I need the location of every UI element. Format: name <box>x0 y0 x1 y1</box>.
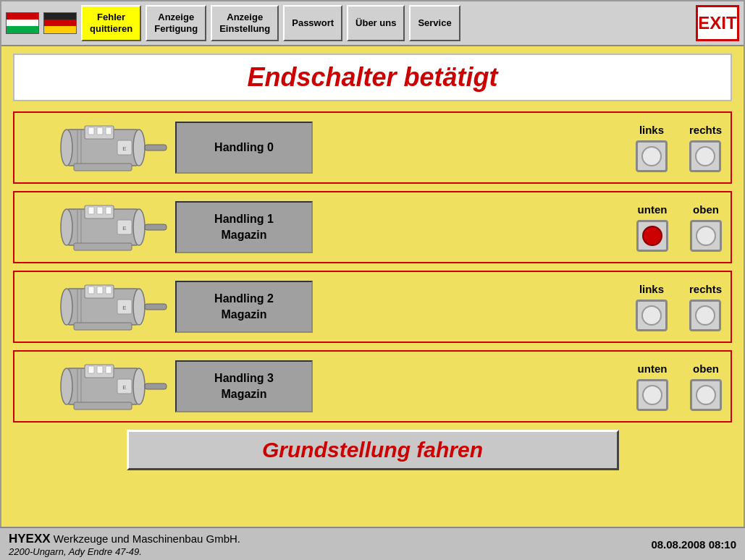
indicator-circle-left-3 <box>642 385 662 405</box>
indicator-light-left-2 <box>636 300 668 331</box>
main-content: Endschalter betätigt E <box>1 46 744 478</box>
handling-label-line1-3: Handling 3 <box>214 370 274 386</box>
footer-datetime: 08.08.2008 08:10 <box>651 538 736 551</box>
fehler-quittieren-button[interactable]: Fehlerquittieren <box>81 5 141 41</box>
anzeige-einstellung-button[interactable]: AnzeigeEinstellung <box>211 5 279 41</box>
flag-germany[interactable] <box>43 12 77 34</box>
svg-rect-5 <box>88 127 94 135</box>
svg-point-40 <box>133 368 145 404</box>
handling-label-1: Handling 1 Magazin <box>175 201 313 253</box>
svg-point-14 <box>133 209 145 245</box>
indicator-circle-left-1 <box>642 226 662 246</box>
indicator-col-right-0: rechts <box>689 124 722 172</box>
motor-icon: E <box>23 357 168 415</box>
svg-text:E: E <box>122 305 126 311</box>
footer-company: HYEXX Werkzeuge und Maschinenbau GmbH. <box>9 532 651 546</box>
indicator-col-right-1: oben <box>690 203 722 252</box>
handling-row-0: E Handling 0 links rechts <box>13 111 732 184</box>
grundstellung-wrap: Grundstellung fahren <box>13 430 732 470</box>
anzeige-fertigung-button[interactable]: AnzeigeFertigung <box>146 5 206 41</box>
handling-label-line2-2: Magazin <box>221 307 266 323</box>
indicator-label-right-3: oben <box>693 362 719 375</box>
handling-label-line2-3: Magazin <box>221 386 266 402</box>
svg-rect-41 <box>145 383 167 389</box>
svg-text:E: E <box>122 145 126 152</box>
indicator-label-left-0: links <box>639 124 664 136</box>
svg-rect-46 <box>106 366 111 373</box>
svg-point-42 <box>61 368 72 404</box>
indicator-light-right-0 <box>689 140 721 172</box>
handling-row-3: E Handling 3 Magazin unten oben <box>13 350 732 423</box>
indicator-col-left-0: links <box>636 124 668 172</box>
svg-rect-10 <box>74 164 132 171</box>
footer-address: 2200-Ungarn, Ady Endre 47-49. <box>9 546 651 557</box>
exit-button[interactable]: EXIT <box>696 5 739 41</box>
indicator-circle-right-3 <box>696 385 716 405</box>
uber-uns-button[interactable]: Über uns <box>347 5 405 41</box>
svg-rect-28 <box>145 304 167 310</box>
motor-icon: E <box>23 119 168 177</box>
handling-label-0: Handling 0 <box>175 122 313 174</box>
motor-icon: E <box>23 198 168 256</box>
svg-point-1 <box>133 130 145 166</box>
indicator-label-left-3: unten <box>638 362 668 375</box>
svg-rect-49 <box>74 402 132 410</box>
indicator-light-left-0 <box>636 140 668 172</box>
flag-hungary[interactable] <box>6 12 39 34</box>
svg-rect-7 <box>106 127 111 135</box>
indicator-circle-left-0 <box>641 146 662 166</box>
indicator-light-right-2 <box>689 300 721 331</box>
indicator-label-left-1: unten <box>638 203 668 216</box>
svg-rect-33 <box>106 287 111 294</box>
indicator-light-right-1 <box>690 220 722 252</box>
svg-point-16 <box>61 209 72 245</box>
indicator-group-2: links rechts <box>636 283 722 331</box>
svg-rect-18 <box>88 207 94 214</box>
footer: HYEXX Werkzeuge und Maschinenbau GmbH. 2… <box>0 527 745 560</box>
title-box: Endschalter betätigt <box>13 54 732 101</box>
footer-left: HYEXX Werkzeuge und Maschinenbau GmbH. 2… <box>9 532 651 557</box>
indicator-group-3: unten oben <box>636 362 722 411</box>
indicator-light-left-3 <box>636 379 668 411</box>
indicator-label-right-1: oben <box>693 203 719 216</box>
service-button[interactable]: Service <box>409 5 460 41</box>
svg-rect-36 <box>74 323 132 330</box>
handling-container: E Handling 0 links rechts <box>13 111 732 423</box>
handling-label-line2-1: Magazin <box>221 227 266 243</box>
indicator-light-right-3 <box>690 379 722 411</box>
svg-text:E: E <box>122 384 126 391</box>
handling-label-line1-2: Handling 2 <box>214 291 274 307</box>
svg-point-29 <box>61 289 72 325</box>
svg-point-3 <box>61 130 72 166</box>
indicator-col-left-3: unten <box>636 362 668 411</box>
svg-rect-2 <box>145 145 167 150</box>
indicator-col-left-2: links <box>636 283 668 331</box>
svg-rect-44 <box>88 366 94 373</box>
svg-point-27 <box>133 289 145 325</box>
passwort-button[interactable]: Passwort <box>283 5 342 41</box>
handling-label-2: Handling 2 Magazin <box>175 281 313 333</box>
indicator-label-left-2: links <box>639 283 664 295</box>
handling-row-1: E Handling 1 Magazin unten oben <box>13 191 732 263</box>
svg-rect-31 <box>88 287 94 294</box>
indicator-group-1: unten oben <box>636 203 722 252</box>
grundstellung-label: Grundstellung fahren <box>262 438 483 462</box>
indicator-light-left-1 <box>636 220 668 252</box>
indicator-label-right-0: rechts <box>689 124 722 136</box>
svg-rect-15 <box>145 224 167 230</box>
page-title: Endschalter betätigt <box>247 62 497 92</box>
indicator-col-right-2: rechts <box>689 283 722 331</box>
handling-label-3: Handling 3 Magazin <box>175 360 313 412</box>
indicator-circle-right-1 <box>696 226 716 246</box>
svg-rect-6 <box>97 127 103 135</box>
indicator-circle-right-2 <box>695 305 715 326</box>
footer-company-rest: Werkzeuge und Maschinenbau GmbH. <box>51 533 240 545</box>
top-bar: Fehlerquittieren AnzeigeFertigung Anzeig… <box>1 1 744 46</box>
grundstellung-button[interactable]: Grundstellung fahren <box>127 430 619 470</box>
indicator-col-right-3: oben <box>690 362 722 411</box>
svg-text:E: E <box>122 225 126 232</box>
svg-rect-32 <box>97 287 103 294</box>
handling-row-2: E Handling 2 Magazin links rechts <box>13 271 732 343</box>
svg-rect-45 <box>97 366 103 373</box>
motor-icon: E <box>23 278 168 336</box>
